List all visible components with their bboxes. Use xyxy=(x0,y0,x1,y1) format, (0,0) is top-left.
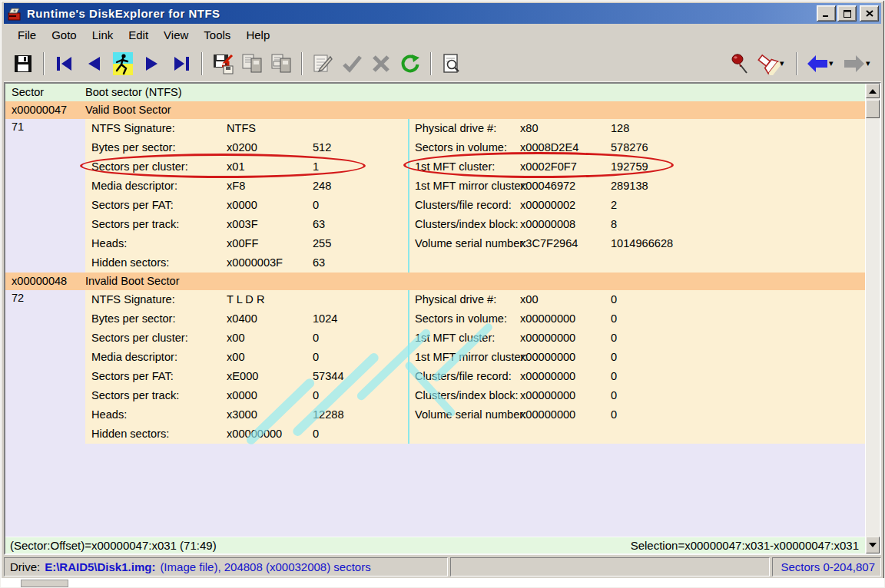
field-row[interactable]: Hidden sectors:x000000000 xyxy=(85,424,880,444)
field-hex-value: xF8 xyxy=(227,177,313,196)
menu-tools[interactable]: Tools xyxy=(196,26,238,44)
section-sector-hex: x00000047 xyxy=(5,101,85,119)
field-row[interactable]: Sectors per track:x00000Clusters/index b… xyxy=(85,386,880,405)
title-bar[interactable]: Runtime's DiskExplorer for NTFS xyxy=(4,3,881,24)
sectors-range: Sectors 0-204,807 xyxy=(772,557,881,576)
drive-path: E:\RAID5\Disk1.img: xyxy=(45,560,155,573)
scrollbar-thumb[interactable] xyxy=(866,100,880,118)
toolbar: ▾ ▾ ▾ xyxy=(4,45,881,82)
field-row[interactable]: NTFS Signature:T L D RPhysical drive #:x… xyxy=(85,290,880,309)
menu-help[interactable]: Help xyxy=(238,26,277,44)
menu-view[interactable]: View xyxy=(156,26,196,44)
nav-back-icon[interactable] xyxy=(79,49,108,78)
menu-goto[interactable]: Goto xyxy=(44,26,85,44)
discard-x-icon[interactable] xyxy=(366,49,396,78)
field-dec-value: 57344 xyxy=(313,367,408,386)
scrollbar-track[interactable] xyxy=(866,118,880,537)
nav-forward-icon[interactable] xyxy=(138,49,167,78)
field-row[interactable]: Hidden sectors:x0000003F63 xyxy=(85,253,880,273)
field-label: Sectors in volume: xyxy=(408,309,520,329)
menu-bar: File Goto Link Edit View Tools Help xyxy=(4,24,881,45)
preview-icon[interactable] xyxy=(437,49,466,78)
history-back-dropdown-icon[interactable]: ▾ xyxy=(829,58,840,68)
field-label: Sectors per cluster: xyxy=(85,157,227,177)
field-label: Clusters/file record: xyxy=(408,196,520,215)
field-label: Sectors per cluster: xyxy=(85,329,227,348)
field-row[interactable]: Heads:x00FF255Volume serial number:x3C7F… xyxy=(85,234,880,253)
field-label: Sectors per track: xyxy=(85,215,227,234)
field-dec-value: 0 xyxy=(611,329,880,348)
vertical-scrollbar[interactable] xyxy=(865,84,880,553)
scroll-up-icon[interactable] xyxy=(866,84,880,98)
column-header-title: Boot sector (NTFS) xyxy=(85,84,182,101)
field-label: Heads: xyxy=(85,405,227,424)
field-dec-value xyxy=(313,119,408,138)
history-back-icon[interactable] xyxy=(803,49,832,78)
nav-last-icon[interactable] xyxy=(167,49,196,78)
minimize-button[interactable] xyxy=(817,5,836,21)
pushpin-icon[interactable] xyxy=(724,49,754,78)
column-header-sector: Sector xyxy=(5,84,85,101)
field-row[interactable]: Sectors per track:x003F63Clusters/index … xyxy=(85,215,880,234)
section-title: Valid Boot Sector xyxy=(85,101,171,119)
field-row[interactable]: Heads:x300012288Volume serial number:x00… xyxy=(85,405,880,424)
field-dec-value: 0 xyxy=(313,196,408,215)
boot-sector-view[interactable]: Sector Boot sector (NTFS) x00000047Valid… xyxy=(4,82,881,555)
field-hex-value: x00000000 xyxy=(520,348,611,367)
field-label: Bytes per sector: xyxy=(85,138,227,157)
section-header-row[interactable]: x00000047Valid Boot Sector xyxy=(5,101,880,119)
history-forward-icon[interactable] xyxy=(840,49,869,78)
flashlight-dropdown-icon[interactable]: ▾ xyxy=(780,58,791,68)
menu-edit[interactable]: Edit xyxy=(121,26,156,44)
flashlight-icon[interactable] xyxy=(754,49,783,78)
field-label: Heads: xyxy=(85,234,227,253)
write-disk-icon[interactable] xyxy=(208,49,237,78)
field-row[interactable]: Sectors per cluster:x0111st MFT cluster:… xyxy=(85,157,880,177)
field-hex-value: x0002F0F7 xyxy=(520,157,611,177)
refresh-icon[interactable] xyxy=(396,49,425,78)
field-dec-value: 0 xyxy=(611,405,880,424)
field-hex-value: x0000 xyxy=(227,386,313,405)
field-hex-value: x00 xyxy=(520,290,611,309)
field-dec-value: 0 xyxy=(611,386,880,405)
field-hex-value: x0000003F xyxy=(227,253,313,273)
field-hex-value: x3C7F2964 xyxy=(520,234,611,253)
nav-first-icon[interactable] xyxy=(50,49,79,78)
section-body: 72NTFS Signature:T L D RPhysical drive #… xyxy=(5,290,880,444)
apply-check-icon[interactable] xyxy=(337,49,366,78)
field-label: Media descriptor: xyxy=(85,348,227,367)
edit-sector-icon[interactable] xyxy=(308,49,337,78)
save-icon[interactable] xyxy=(8,49,38,78)
field-row[interactable]: Sectors per FAT:xE00057344Clusters/file … xyxy=(85,367,880,386)
drive-status-panel: Drive: E:\RAID5\Disk1.img: (Image file),… xyxy=(4,557,448,576)
field-row[interactable]: Media descriptor:x0001st MFT mirror clus… xyxy=(85,348,880,367)
field-dec-value: 2 xyxy=(611,196,880,215)
field-label: NTFS Signature: xyxy=(85,290,227,309)
copy-hex-icon[interactable] xyxy=(267,49,296,78)
field-hex-value: x80 xyxy=(520,119,611,138)
copy-sector-icon[interactable] xyxy=(237,49,267,78)
field-dec-value xyxy=(313,290,408,309)
field-dec-value: 1014966628 xyxy=(611,234,880,253)
field-row[interactable]: Sectors per cluster:x0001st MFT cluster:… xyxy=(85,329,880,348)
field-row[interactable]: NTFS Signature:NTFSPhysical drive #:x801… xyxy=(85,119,880,138)
field-hex-value: x00000002 xyxy=(520,196,611,215)
section-header-row[interactable]: x00000048Invalid Boot Sector xyxy=(5,273,880,290)
field-label: 1st MFT mirror cluster: xyxy=(408,348,520,367)
field-row[interactable]: Sectors per FAT:x00000Clusters/file reco… xyxy=(85,196,880,215)
bottom-strip xyxy=(1,578,884,587)
field-row[interactable]: Media descriptor:xF82481st MFT mirror cl… xyxy=(85,177,880,196)
field-row[interactable]: Bytes per sector:x0200512Sectors in volu… xyxy=(85,138,880,157)
goto-sector-icon[interactable] xyxy=(108,49,138,78)
field-row[interactable]: Bytes per sector:x04001024Sectors in vol… xyxy=(85,309,880,329)
menu-link[interactable]: Link xyxy=(85,26,121,44)
menu-file[interactable]: File xyxy=(10,26,44,44)
close-button[interactable] xyxy=(860,5,879,21)
field-dec-value: 8 xyxy=(611,215,880,234)
field-dec-value: 0 xyxy=(313,348,408,367)
history-forward-dropdown-icon[interactable]: ▾ xyxy=(866,58,877,68)
field-hex-value: x003F xyxy=(227,215,313,234)
scroll-down-icon[interactable] xyxy=(866,537,880,553)
maximize-button[interactable] xyxy=(837,5,857,21)
field-label: Clusters/file record: xyxy=(408,367,520,386)
